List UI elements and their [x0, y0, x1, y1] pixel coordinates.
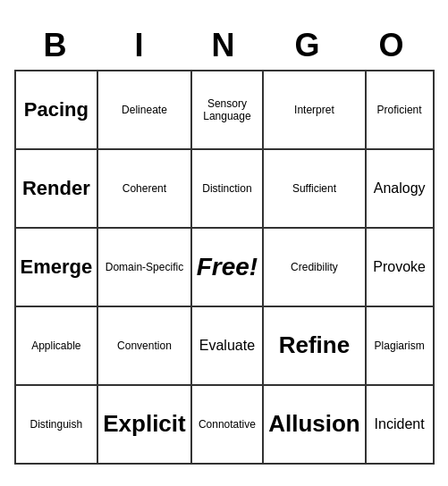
header-letter-b: B	[14, 21, 98, 70]
cell-text-16: Convention	[117, 339, 172, 352]
cell-text-15: Applicable	[31, 339, 80, 352]
cell-text-5: Render	[22, 177, 90, 200]
bingo-cell-15: Applicable	[16, 307, 99, 386]
header-letter-i: I	[98, 21, 182, 70]
cell-text-24: Incident	[375, 415, 425, 432]
cell-text-18: Refine	[279, 331, 350, 359]
cell-text-12: Free!	[197, 252, 258, 282]
cell-text-1: Delineate	[122, 104, 167, 116]
header-letter-n: N	[182, 21, 266, 70]
cell-text-0: Pacing	[24, 98, 89, 122]
cell-text-19: Plagiarism	[375, 339, 425, 352]
bingo-cell-24: Incident	[367, 386, 435, 465]
bingo-cell-9: Analogy	[367, 150, 435, 229]
bingo-cell-17: Evaluate	[192, 307, 264, 386]
bingo-cell-21: Explicit	[98, 386, 191, 465]
bingo-cell-3: Interpret	[264, 71, 367, 150]
bingo-cell-20: Distinguish	[16, 386, 99, 465]
bingo-cell-8: Sufficient	[264, 150, 367, 229]
bingo-cell-11: Domain-Specific	[98, 229, 191, 307]
cell-text-20: Distinguish	[30, 418, 83, 431]
cell-text-17: Evaluate	[199, 337, 255, 354]
bingo-header: BINGO	[14, 21, 435, 70]
bingo-cell-2: Sensory Language	[192, 71, 264, 150]
bingo-cell-19: Plagiarism	[367, 307, 435, 386]
bingo-cell-13: Credibility	[264, 229, 367, 307]
bingo-grid: PacingDelineateSensory LanguageInterpret…	[14, 70, 435, 465]
bingo-cell-4: Proficient	[367, 71, 435, 150]
bingo-cell-18: Refine	[264, 307, 367, 386]
cell-text-6: Coherent	[123, 182, 166, 195]
cell-text-2: Sensory Language	[197, 97, 258, 123]
bingo-cell-0: Pacing	[16, 71, 99, 150]
bingo-cell-23: Allusion	[264, 386, 367, 465]
cell-text-3: Interpret	[294, 104, 334, 116]
bingo-cell-5: Render	[16, 150, 99, 229]
cell-text-14: Provoke	[373, 258, 426, 275]
cell-text-8: Sufficient	[292, 182, 336, 195]
cell-text-9: Analogy	[374, 180, 426, 197]
bingo-cell-7: Distinction	[192, 150, 264, 229]
cell-text-11: Domain-Specific	[106, 261, 183, 273]
bingo-cell-12: Free!	[192, 229, 264, 307]
cell-text-13: Credibility	[291, 261, 338, 273]
cell-text-7: Distinction	[202, 182, 251, 195]
cell-text-10: Emerge	[21, 256, 93, 279]
cell-text-4: Proficient	[377, 104, 422, 116]
bingo-cell-10: Emerge	[16, 229, 99, 307]
cell-text-21: Explicit	[103, 410, 185, 438]
bingo-cell-1: Delineate	[98, 71, 191, 150]
bingo-cell-6: Coherent	[98, 150, 191, 229]
cell-text-22: Connotative	[199, 418, 256, 431]
bingo-cell-22: Connotative	[192, 386, 264, 465]
bingo-card: BINGO PacingDelineateSensory LanguageInt…	[14, 21, 435, 465]
header-letter-g: G	[266, 21, 351, 70]
header-letter-o: O	[351, 21, 435, 70]
bingo-cell-16: Convention	[98, 307, 191, 386]
cell-text-23: Allusion	[268, 410, 360, 438]
bingo-cell-14: Provoke	[367, 229, 435, 307]
